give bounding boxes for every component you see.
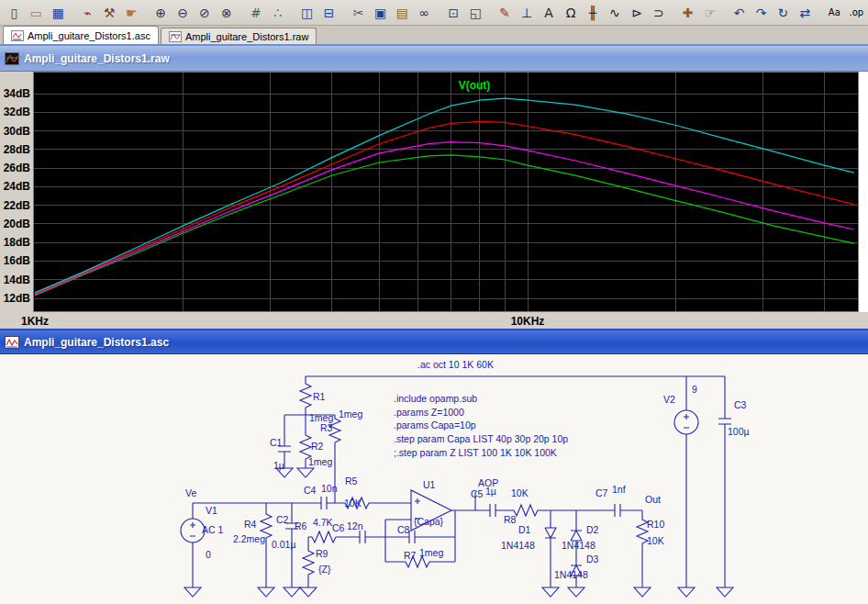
component-label[interactable]: C2 (276, 514, 289, 525)
component-label[interactable]: 0.01µ (272, 539, 296, 550)
component-label[interactable]: 10K (647, 535, 664, 546)
place-label-icon[interactable]: A (539, 2, 560, 24)
component-label[interactable]: R1 (313, 391, 326, 402)
component-label[interactable]: 1meg (339, 408, 362, 419)
zoom-full-extents-icon[interactable]: ⊗ (216, 2, 237, 24)
spice-directive-text[interactable]: ;.step param Z LIST 100 1K 10K 100K (394, 447, 557, 458)
component-label[interactable]: AC 1 (202, 524, 224, 535)
component-label[interactable]: 1N4148 (562, 540, 595, 551)
tile-horizontal-icon[interactable]: ⊟ (318, 2, 339, 24)
move-icon[interactable]: ✚ (677, 2, 698, 24)
component-label[interactable]: 12n (347, 520, 363, 531)
component-label[interactable]: 4.7K (313, 517, 333, 528)
component-label[interactable]: C5 (471, 488, 484, 499)
print-preview-icon[interactable]: ◱ (465, 2, 486, 24)
component-label[interactable]: C3 (734, 399, 747, 410)
component-label[interactable]: 9 (692, 384, 697, 395)
waveform-plot[interactable]: 34dB32dB30dB28dB26dB24dB22dB20dB18dB16dB… (0, 72, 868, 329)
component-label[interactable]: 1nf (612, 484, 626, 495)
component-label[interactable]: C6 (332, 522, 345, 533)
component-label[interactable]: C1 (270, 437, 283, 448)
schematic-canvas[interactable]: .ac oct 10 1K 60K.include opamp.sub.para… (0, 354, 868, 604)
component-label[interactable]: Out (645, 494, 661, 505)
new-schematic-icon[interactable]: ▯ (4, 2, 25, 24)
grid-toggle-icon[interactable]: # (245, 2, 266, 24)
component-label[interactable]: U1 (423, 479, 436, 490)
place-ground-icon[interactable]: ⊥ (517, 2, 538, 24)
component-label[interactable]: 10K (511, 487, 529, 498)
component-label[interactable]: 1N4148 (501, 540, 535, 551)
place-resistor-icon[interactable]: Ω (561, 2, 582, 24)
component-label[interactable]: R5 (345, 475, 358, 487)
mark-data-points-icon[interactable]: ∴ (267, 2, 288, 24)
undo-icon[interactable]: ↶ (729, 2, 750, 24)
place-inductor-icon[interactable]: ∿ (604, 2, 625, 24)
halt-icon[interactable]: ☛ (121, 2, 142, 24)
spice-directive-text[interactable]: .include opamp.sub (394, 393, 477, 404)
component-label[interactable]: 1meg (308, 456, 332, 467)
redo-icon[interactable]: ↷ (751, 2, 772, 24)
component-label[interactable]: R4 (244, 519, 257, 530)
component-label[interactable]: V1 (206, 505, 217, 516)
y-axis-tick-label: 18dB (4, 236, 31, 249)
component-label[interactable]: R7 (404, 550, 417, 561)
component-label[interactable]: R3 (320, 422, 333, 433)
component-label[interactable]: C8 (397, 524, 410, 535)
spice-directive-text[interactable]: .params Z=1000 (394, 407, 464, 418)
asc-window-titlebar[interactable]: Ampli_guitare_Distors1.asc (0, 329, 868, 354)
component-label[interactable]: D2 (586, 524, 599, 535)
component-label[interactable]: R8 (504, 514, 517, 525)
draw-wire-icon[interactable]: ✎ (495, 2, 516, 24)
place-capacitor-icon[interactable]: ╫ (583, 2, 604, 24)
component-label[interactable]: 100µ (728, 426, 750, 437)
spice-directive-text[interactable]: .ac oct 10 1K 60K (417, 359, 494, 370)
print-icon[interactable]: ⊡ (443, 2, 464, 24)
component-label[interactable]: 1meg (419, 547, 443, 558)
paste-icon[interactable]: ▤ (392, 2, 413, 24)
component-label[interactable]: 2.2meg (233, 533, 265, 544)
component-label[interactable]: 1µ (485, 486, 496, 497)
component-label[interactable]: 1µ (273, 460, 284, 471)
spice-directive-icon[interactable]: .op (846, 2, 867, 24)
zoom-in-icon[interactable]: ⊕ (150, 2, 172, 24)
component-label[interactable]: R6 (295, 520, 307, 531)
component-label[interactable]: {Z} (318, 564, 331, 575)
rotate-icon[interactable]: ↻ (773, 2, 794, 24)
component-label[interactable]: 10K (344, 498, 362, 509)
open-file-icon[interactable]: ▭ (26, 2, 47, 24)
component-label[interactable]: R2 (311, 441, 324, 452)
component-label[interactable]: Ve (185, 487, 196, 498)
component-label[interactable]: R9 (316, 548, 328, 559)
component-label[interactable]: C7 (595, 487, 608, 498)
raw-window-titlebar[interactable]: Ampli_guitare_Distors1.raw (0, 44, 868, 72)
save-icon[interactable]: ▦ (48, 2, 69, 24)
component-label[interactable]: 0 (206, 549, 211, 560)
tab-asc[interactable]: Ampli_guitare_Distors1.asc (3, 26, 159, 44)
zoom-back-icon[interactable]: ⊖ (172, 2, 194, 24)
component-label[interactable]: 10n (321, 483, 338, 494)
spice-directive-text[interactable]: .step param Capa LIST 40p 30p 20p 10p (394, 433, 568, 444)
tab-raw[interactable]: Ampli_guitare_Distors1.raw (161, 28, 317, 44)
place-component-icon[interactable]: ⊃ (648, 2, 669, 24)
mirror-icon[interactable]: ⇄ (795, 2, 816, 24)
text-icon[interactable]: Aa (824, 2, 845, 24)
component-label[interactable]: V2 (663, 394, 675, 405)
component-label[interactable]: 1N4148 (554, 569, 588, 580)
drag-icon[interactable]: ☞ (699, 2, 720, 24)
component-label[interactable]: D1 (518, 524, 531, 535)
copy-icon[interactable]: ▣ (370, 2, 391, 24)
tile-vertical-icon[interactable]: ◫ (296, 2, 317, 24)
raw-scrollbar[interactable] (859, 72, 868, 312)
control-panel-hammer-icon[interactable]: ⚒ (99, 2, 120, 24)
spice-directive-text[interactable]: .params Capa=10p (394, 419, 476, 431)
place-diode-icon[interactable]: ⊳ (626, 2, 647, 24)
plot-trace-title[interactable]: V(out) (459, 79, 491, 92)
component-label[interactable]: D3 (586, 554, 599, 565)
zoom-out-icon[interactable]: ⊘ (195, 2, 216, 24)
find-icon[interactable]: ∞ (414, 2, 435, 24)
component-label[interactable]: {Capa} (414, 516, 444, 527)
component-label[interactable]: R10 (647, 519, 664, 530)
component-label[interactable]: C4 (304, 485, 317, 496)
cut-icon[interactable]: ✂ (348, 2, 369, 24)
probe-icon[interactable]: ⌁ (77, 2, 98, 24)
